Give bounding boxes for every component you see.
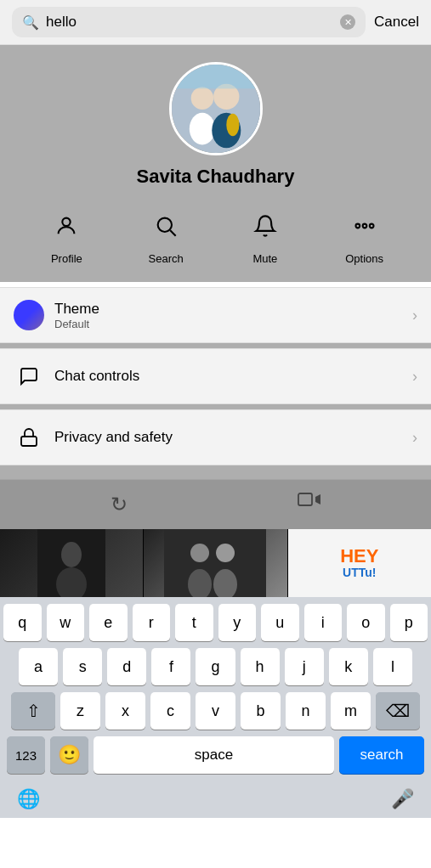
svg-point-7 — [63, 218, 71, 226]
key-k[interactable]: k — [329, 648, 368, 685]
settings-item-privacy-content: Privacy and safety — [54, 429, 412, 446]
cancel-button[interactable]: Cancel — [374, 14, 419, 31]
chat-icon — [14, 361, 44, 392]
svg-marker-15 — [315, 494, 320, 504]
settings-item-chat-controls[interactable]: Chat controls › — [0, 348, 431, 404]
refresh-icon[interactable]: ↻ — [111, 493, 128, 516]
lock-icon — [14, 422, 44, 453]
chevron-right-icon: › — [412, 307, 417, 324]
search-key[interactable]: search — [339, 736, 424, 774]
key-t[interactable]: t — [175, 604, 213, 641]
action-icons-row: Profile Search Mute Options — [0, 205, 431, 282]
settings-item-theme-content: Theme Default — [54, 301, 412, 330]
key-i[interactable]: i — [304, 604, 343, 641]
settings-item-theme-subtitle: Default — [54, 318, 412, 330]
keyboard-row-2: a s d f g h j k l — [3, 648, 428, 685]
keyboard-bottom-row: 123 🙂 space search — [3, 736, 428, 777]
key-a[interactable]: a — [19, 648, 58, 685]
media-item-3[interactable]: HEY UTTu! — [287, 529, 431, 597]
search-input-container: 🔍 ✕ — [12, 7, 366, 37]
media-icon[interactable] — [297, 490, 320, 519]
search-input[interactable] — [46, 14, 333, 31]
search-action-icon — [145, 205, 187, 247]
settings-item-chat-title: Chat controls — [54, 368, 412, 385]
settings-list: Theme Default › Chat controls › Privacy … — [0, 287, 431, 479]
clear-button[interactable]: ✕ — [340, 14, 355, 30]
settings-item-privacy-title: Privacy and safety — [54, 429, 412, 446]
chevron-right-icon-3: › — [412, 429, 417, 447]
profile-name: Savita Chaudhary — [137, 166, 295, 188]
svg-line-9 — [170, 230, 175, 235]
key-q[interactable]: q — [3, 604, 42, 641]
search-bar: 🔍 ✕ Cancel — [0, 0, 431, 45]
key-e[interactable]: e — [89, 604, 128, 641]
key-h[interactable]: h — [241, 648, 280, 685]
action-search[interactable]: Search — [145, 205, 187, 265]
svg-point-17 — [61, 542, 82, 567]
chevron-right-icon-2: › — [412, 368, 417, 386]
key-o[interactable]: o — [347, 604, 385, 641]
hey-subtext: UTTu! — [343, 566, 376, 579]
keyboard-row-1: q w e r t y u i o p — [3, 604, 428, 641]
key-l[interactable]: l — [373, 648, 412, 685]
key-u[interactable]: u — [261, 604, 299, 641]
system-bar-right: 🎤 — [391, 788, 414, 810]
svg-point-22 — [216, 544, 235, 562]
options-icon — [343, 205, 386, 247]
svg-point-12 — [369, 224, 373, 228]
svg-point-8 — [158, 218, 172, 232]
key-v[interactable]: v — [196, 692, 235, 730]
backspace-key[interactable]: ⌫ — [376, 692, 420, 730]
mute-icon — [244, 205, 286, 247]
action-search-label: Search — [149, 252, 184, 265]
key-p[interactable]: p — [390, 604, 428, 641]
emoji-key[interactable]: 🙂 — [50, 736, 88, 774]
svg-rect-14 — [298, 493, 312, 505]
svg-point-1 — [190, 87, 213, 109]
numbers-key[interactable]: 123 — [7, 736, 45, 774]
shift-key[interactable]: ⇧ — [11, 692, 55, 730]
key-x[interactable]: x — [105, 692, 145, 730]
svg-point-2 — [189, 113, 214, 145]
action-options-label: Options — [345, 252, 383, 265]
settings-item-privacy[interactable]: Privacy and safety › — [0, 409, 431, 465]
system-bar-left: 🌐 — [17, 788, 40, 810]
key-y[interactable]: y — [218, 604, 257, 641]
system-bar: 🌐 🎤 — [0, 781, 431, 818]
action-options[interactable]: Options — [343, 205, 386, 265]
key-c[interactable]: c — [150, 692, 190, 730]
key-d[interactable]: d — [107, 648, 146, 685]
theme-dot-icon — [14, 300, 44, 330]
key-g[interactable]: g — [196, 648, 235, 685]
action-mute[interactable]: Mute — [244, 205, 286, 265]
key-s[interactable]: s — [63, 648, 102, 685]
search-icon: 🔍 — [22, 14, 39, 31]
settings-item-theme-title: Theme — [54, 301, 412, 318]
svg-point-11 — [362, 224, 366, 228]
avatar-image — [172, 65, 260, 153]
key-b[interactable]: b — [241, 692, 281, 730]
key-z[interactable]: z — [60, 692, 100, 730]
action-profile[interactable]: Profile — [45, 205, 88, 265]
key-n[interactable]: n — [286, 692, 326, 730]
key-j[interactable]: j — [285, 648, 324, 685]
media-strip: HEY UTTu! — [0, 529, 431, 597]
avatar — [169, 62, 263, 155]
svg-rect-6 — [172, 65, 260, 88]
key-r[interactable]: r — [133, 604, 171, 641]
key-m[interactable]: m — [331, 692, 371, 730]
media-item-2[interactable] — [143, 529, 286, 597]
globe-icon[interactable]: 🌐 — [17, 788, 40, 810]
key-f[interactable]: f — [151, 648, 190, 685]
settings-item-theme[interactable]: Theme Default › — [0, 287, 431, 343]
svg-rect-13 — [21, 437, 37, 446]
media-item-1[interactable] — [0, 529, 143, 597]
action-mute-label: Mute — [252, 252, 277, 265]
key-w[interactable]: w — [47, 604, 85, 641]
action-profile-label: Profile — [51, 252, 82, 265]
mic-icon[interactable]: 🎤 — [391, 788, 414, 810]
profile-section: Savita Chaudhary Profile Search Mute — [0, 45, 431, 282]
keyboard-row-3: ⇧ z x c v b n m ⌫ — [3, 692, 428, 730]
space-key[interactable]: space — [94, 736, 334, 774]
hey-sticker: HEY — [340, 547, 378, 566]
